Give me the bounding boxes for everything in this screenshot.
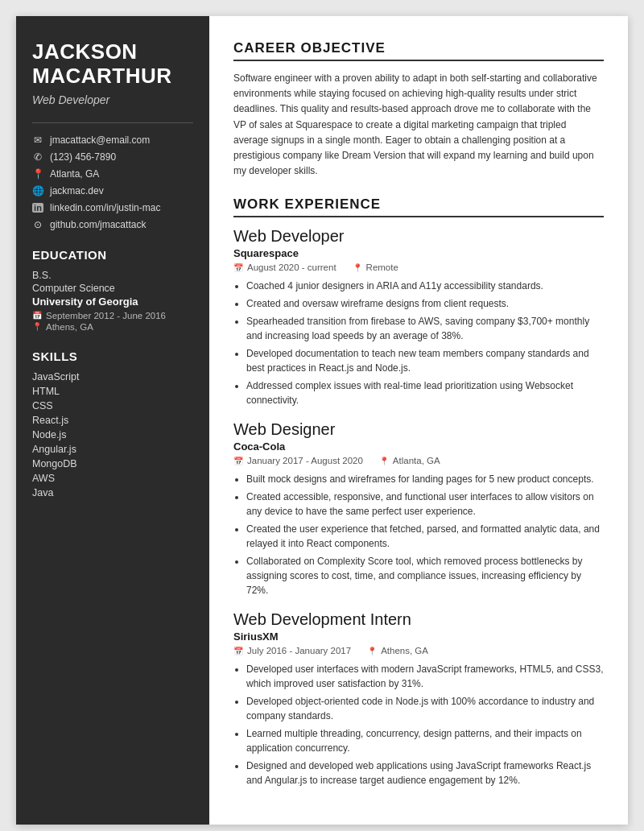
job-title: Web Designer [233,420,604,439]
bullet-item: Developed object-oriented code in Node.j… [246,694,604,723]
job-location: 📍Remote [353,263,398,272]
job-meta: 📅July 2016 - January 2017📍Athens, GA [233,646,604,655]
job-entry: Web Development InternSiriusXM📅July 2016… [233,610,604,788]
calendar-icon: 📅 [32,311,42,320]
bullet-item: Developed documentation to teach new tea… [246,346,604,375]
skills-list: JavaScriptHTMLCSSReact.jsNode.jsAngular.… [32,371,193,498]
job-dates: 📅January 2017 - August 2020 [233,456,363,465]
contact-location: 📍 Atlanta, GA [32,168,193,180]
candidate-title: Web Developer [32,93,193,106]
calendar-icon: 📅 [233,457,243,465]
skill-item: JavaScript [32,371,193,382]
sidebar: JACKSON MACARTHUR Web Developer ✉ jmacat… [16,16,209,825]
job-title: Web Developer [233,227,604,246]
location-icon: 📍 [367,647,377,655]
job-company: SiriusXM [233,630,604,643]
bullet-item: Developed user interfaces with modern Ja… [246,662,604,691]
job-entry: Web DesignerCoca-Cola📅January 2017 - Aug… [233,420,604,597]
job-bullets: Developed user interfaces with modern Ja… [246,662,604,788]
skill-item: React.js [32,415,193,426]
linkedin-icon: in [32,203,43,213]
contact-linkedin: in linkedin.com/in/justin-mac [32,202,193,213]
skill-item: Angular.js [32,444,193,455]
skill-item: AWS [32,473,193,484]
skill-item: CSS [32,400,193,411]
edu-school: University of Georgia [32,296,193,308]
bullet-item: Created the user experience that fetched… [246,522,604,551]
bullet-item: Collaborated on Complexity Score tool, w… [246,554,604,597]
skills-section-label: SKILLS [32,349,193,363]
bullet-item: Spearheaded transition from firebase to … [246,314,604,343]
bullet-item: Created and oversaw wireframe designs fr… [246,296,604,311]
calendar-icon: 📅 [233,647,243,655]
job-location: 📍Atlanta, GA [379,456,440,465]
job-meta: 📅August 2020 - current📍Remote [233,263,604,272]
edu-location: 📍 Athens, GA [32,322,193,332]
candidate-name: JACKSON MACARTHUR [32,40,193,89]
phone-icon: ✆ [32,151,43,163]
edu-dates: 📅 September 2012 - June 2016 [32,311,193,320]
main-content: CAREER OBJECTIVE Software engineer with … [209,16,628,825]
calendar-icon: 📅 [233,263,243,272]
career-objective-text: Software engineer with a proven ability … [233,71,604,179]
edu-degree: B.S. [32,270,193,281]
bullet-item: Created accessible, responsive, and func… [246,490,604,519]
email-icon: ✉ [32,134,43,146]
location-icon: 📍 [32,168,43,180]
contact-phone: ✆ (123) 456-7890 [32,151,193,163]
location-icon: 📍 [379,457,389,465]
job-company: Coca-Cola [233,440,604,453]
job-meta: 📅January 2017 - August 2020📍Atlanta, GA [233,456,604,465]
bullet-item: Coached 4 junior designers in ARIA and A… [246,279,604,293]
bullet-item: Designed and developed web applications … [246,759,604,788]
bullet-item: Built mock designs and wireframes for la… [246,472,604,486]
job-dates: 📅August 2020 - current [233,263,336,272]
career-objective-title: CAREER OBJECTIVE [233,40,604,61]
edu-field: Computer Science [32,283,193,294]
location-edu-icon: 📍 [32,322,42,331]
skill-item: Node.js [32,429,193,440]
education-section-label: EDUCATION [32,248,193,262]
contact-website: 🌐 jackmac.dev [32,185,193,196]
job-bullets: Coached 4 junior designers in ARIA and A… [246,279,604,407]
work-experience-title: WORK EXPERIENCE [233,196,604,217]
jobs-list: Web DeveloperSquarespace📅August 2020 - c… [233,227,604,788]
divider-contact [32,122,193,123]
job-bullets: Built mock designs and wireframes for la… [246,472,604,597]
skill-item: HTML [32,386,193,397]
location-icon: 📍 [353,263,362,272]
resume-container: JACKSON MACARTHUR Web Developer ✉ jmacat… [16,16,628,825]
contact-github: ⊙ github.com/jmacattack [32,219,193,230]
skill-item: MongoDB [32,458,193,469]
job-dates: 📅July 2016 - January 2017 [233,646,351,655]
bullet-item: Learned multiple threading, concurrency,… [246,726,604,755]
github-icon: ⊙ [32,219,43,230]
bullet-item: Addressed complex issues with real-time … [246,378,604,407]
job-location: 📍Athens, GA [367,646,428,655]
work-experience-section: WORK EXPERIENCE Web DeveloperSquarespace… [233,196,604,788]
job-entry: Web DeveloperSquarespace📅August 2020 - c… [233,227,604,407]
career-objective-section: CAREER OBJECTIVE Software engineer with … [233,40,604,179]
job-title: Web Development Intern [233,610,604,629]
contact-email: ✉ jmacattack@email.com [32,134,193,146]
job-company: Squarespace [233,247,604,259]
skill-item: Java [32,487,193,498]
website-icon: 🌐 [32,185,43,196]
